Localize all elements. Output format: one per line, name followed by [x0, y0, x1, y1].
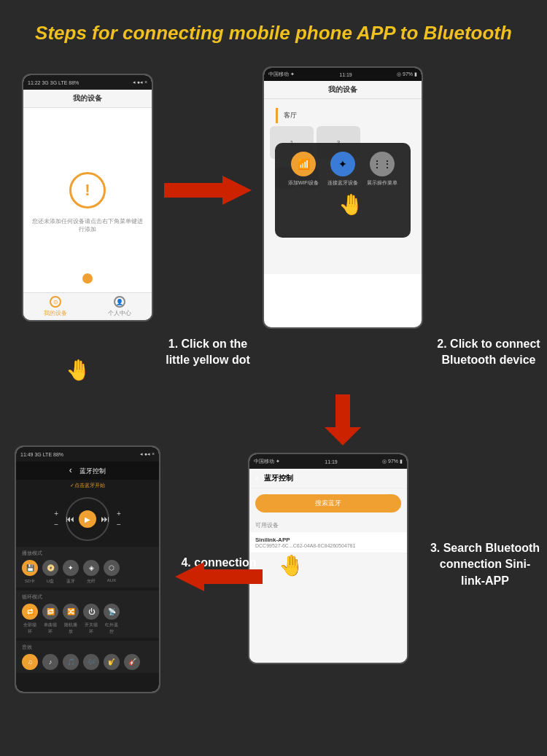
popup-menu-label: 展示操作菜单 — [367, 179, 397, 187]
eq-section: 音效 ♫ ♪ 🎵 🎶 🎷 🎸 — [16, 641, 159, 673]
arrow-left — [175, 562, 263, 594]
repeat-mode-labels: 全部循环 单曲循环 随机播放 开关循环 红外遥控 — [22, 622, 153, 635]
phone4-body: ‹ 蓝牙控制 ✓点击蓝牙开始 + − ⏮ ▶ ⏭ + — [16, 461, 159, 693]
hand-area: 🤚 — [284, 192, 402, 229]
prev-icon[interactable]: ⏮ — [66, 514, 74, 524]
hand-cursor-2: 🤚 — [338, 192, 364, 217]
diagram-area: 11:22 3G 3G LTE 88% ◂ ●◂ × 我的设备 ! 您还未添加任… — [0, 59, 547, 715]
phone2-content: 客厅 1 3 📶 添加WiFi设备 ✦ — [264, 99, 422, 329]
hand-cursor-1: 🤚 — [66, 358, 91, 382]
playback-btns: ⏮ ▶ ⏭ — [66, 510, 109, 528]
phone4-title-text: 蓝牙控制 — [79, 467, 106, 475]
bt-device-mac: DCC99527-6C...C62-04A8-6C84260504781 — [255, 543, 355, 548]
phone-mockup-2: 中国移动 ✦ 11:19 ◎ 97% ▮ 我的设备 客厅 1 3 — [263, 66, 423, 329]
warning-icon: ! — [69, 172, 106, 209]
repeat-mode-section: 循环模式 🔁 🔂 🔀 ⏻ 📡 全部循环 单曲循环 随机播放 开关循环 红外遥控 — [16, 591, 159, 638]
phone4-titlebar: ‹ 蓝牙控制 — [16, 461, 159, 480]
mode-aux[interactable]: ⬡ — [104, 560, 120, 576]
bluetooth-icon: ✦ — [330, 152, 355, 176]
eq-jazz[interactable]: 🎷 — [104, 654, 120, 670]
eq-title: 音效 — [22, 644, 153, 651]
repeat-all[interactable]: 🔁 — [22, 604, 38, 620]
svg-marker-1 — [325, 394, 361, 445]
step1-label: 1. Click on thelittle yellow dot — [142, 336, 274, 369]
play-mode-title: 播放模式 — [22, 550, 153, 557]
phone3-statusbar: 中国移动 ✦ 11:19 ◎ 97% ▮ — [249, 454, 407, 469]
play-btn[interactable]: ▶ — [79, 510, 96, 528]
yellow-dot — [82, 273, 93, 284]
phone2-statusbar: 中国移动 ✦ 11:19 ◎ 97% ▮ — [264, 68, 422, 81]
play-mode-section: 播放模式 💾 📀 ✦ ◈ ⬡ SD卡 U盘 蓝牙 光纤 AUX — [16, 547, 159, 588]
phone4-statusbar: 11:49 3G LTE 88% ◂ ●◂ × — [16, 447, 159, 461]
eq-classic[interactable]: 🎶 — [83, 654, 99, 670]
profile-icon: 👤 — [114, 296, 125, 308]
popup-bt-label: 连接蓝牙设备 — [327, 179, 358, 187]
bt-device-info: Sinilink-APP DCC99527-6C...C62-04A8-6C84… — [255, 537, 355, 548]
arrow-right-1 — [164, 176, 252, 208]
eq-rock[interactable]: 🎵 — [63, 654, 79, 670]
player-controls: ⏮ ▶ ⏭ — [66, 497, 109, 541]
phone1-titlebar: 我的设备 — [23, 90, 152, 108]
back-arrow-4: ‹ — [69, 465, 72, 475]
eq-icons: ♫ ♪ 🎵 🎶 🎷 🎸 — [22, 654, 153, 670]
mode-bluetooth[interactable]: ✦ — [63, 560, 79, 576]
profile-label: 个人中心 — [108, 309, 131, 317]
play-mode-labels: SD卡 U盘 蓝牙 光纤 AUX — [22, 578, 153, 585]
mode-udisk[interactable]: 📀 — [42, 560, 58, 576]
repeat-mode-title: 循环模式 — [22, 593, 153, 601]
bt-connect-btn[interactable]: 搜索蓝牙 — [255, 494, 401, 513]
phone3-titlebar: ‹ 蓝牙控制 — [249, 469, 407, 488]
play-mode-icons: 💾 📀 ✦ ◈ ⬡ — [22, 560, 153, 576]
phone-mockup-4: 11:49 3G LTE 88% ◂ ●◂ × ‹ 蓝牙控制 ✓点击蓝牙开始 +… — [15, 445, 160, 693]
phone1-statusbar: 11:22 3G 3G LTE 88% ◂ ●◂ × — [23, 75, 152, 90]
step2-label: 2. Click to connectBluetooth device — [430, 336, 547, 369]
popup-bt: ✦ 连接蓝牙设备 — [327, 152, 358, 187]
next-icon[interactable]: ⏭ — [101, 514, 109, 524]
mode-sdcard[interactable]: 💾 — [22, 560, 38, 576]
mode-optical[interactable]: ◈ — [83, 560, 99, 576]
page-title: Steps for connecting mobile phone APP to… — [0, 0, 547, 59]
arrow-down — [325, 394, 361, 448]
svg-marker-0 — [164, 176, 252, 205]
repeat-one[interactable]: 🔂 — [42, 604, 58, 620]
popup-wifi: 📶 添加WiFi设备 — [288, 152, 319, 187]
power-cycle[interactable]: ⏻ — [83, 604, 99, 620]
mydevice-label: 我的设备 — [44, 309, 67, 317]
volume-up: + − — [54, 510, 58, 529]
eq-normal[interactable]: ♫ — [22, 654, 38, 670]
phone3-title-text: 蓝牙控制 — [264, 473, 293, 483]
back-arrow-3: ‹ — [255, 473, 258, 483]
eq-country[interactable]: 🎸 — [124, 654, 140, 670]
volume-right: + − — [117, 510, 121, 529]
grid-icon: ⋮⋮ — [370, 152, 395, 176]
bt-ctrl-subtitle: ✓点击蓝牙开始 — [16, 480, 159, 491]
room-label: 客厅 — [276, 108, 410, 123]
bottombar-mydevice: ⊙ 我的设备 — [44, 296, 67, 317]
phone2-titlebar: 我的设备 — [264, 81, 422, 99]
bt-player: + − ⏮ ▶ ⏭ + − — [16, 497, 159, 541]
popup-menu: ⋮⋮ 展示操作菜单 — [367, 152, 397, 187]
phone1-bottombar: ⊙ 我的设备 👤 个人中心 — [23, 292, 152, 320]
popup-icons-row: 📶 添加WiFi设备 ✦ 连接蓝牙设备 ⋮⋮ 展示操作菜单 — [284, 152, 402, 187]
repeat-mode-icons: 🔁 🔂 🔀 ⏻ 📡 — [22, 604, 153, 620]
no-device-text: 您还未添加任何设备请点击右下角菜单键进行添加 — [23, 217, 152, 233]
phone-mockup-1: 11:22 3G 3G LTE 88% ◂ ●◂ × 我的设备 ! 您还未添加任… — [22, 74, 153, 322]
bt-section-label: 可用设备 — [249, 518, 407, 532]
phone1-body: ! 您还未添加任何设备请点击右下角菜单键进行添加 — [23, 108, 152, 297]
shuffle[interactable]: 🔀 — [63, 604, 79, 620]
eq-pop[interactable]: ♪ — [42, 654, 58, 670]
wifi-icon: 📶 — [291, 152, 316, 176]
svg-marker-2 — [175, 562, 263, 591]
remote-control[interactable]: 📡 — [104, 604, 120, 620]
mydevice-icon: ⊙ — [50, 296, 61, 308]
bt-device-name: Sinilink-APP — [255, 537, 355, 543]
bt-device-item[interactable]: Sinilink-APP DCC99527-6C...C62-04A8-6C84… — [249, 532, 407, 553]
step3-label: 3. Search Bluetoothconnection Sini-link-… — [423, 540, 547, 589]
bottombar-profile: 👤 个人中心 — [108, 296, 131, 317]
popup-overlay: 📶 添加WiFi设备 ✦ 连接蓝牙设备 ⋮⋮ 展示操作菜单 🤚 — [275, 143, 411, 238]
hand-cursor-3: 🤚 — [279, 553, 304, 577]
popup-wifi-label: 添加WiFi设备 — [288, 179, 319, 187]
